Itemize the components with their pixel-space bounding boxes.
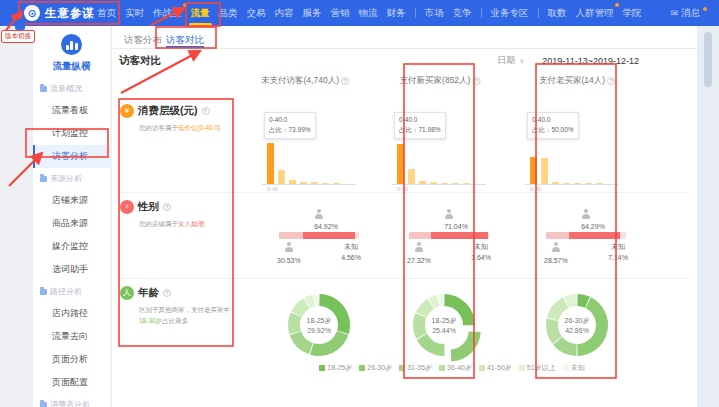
nav-item-取数[interactable]: 取数 <box>548 0 567 26</box>
sidebar-item-选词助手[interactable]: 选词助手 <box>33 258 110 281</box>
legend-swatch <box>519 365 525 371</box>
legend-item-36-40岁[interactable]: 36-40岁 <box>439 363 472 373</box>
chart-tooltip: 0-40.0占比：50.00% <box>527 112 579 139</box>
help-icon[interactable]: ? <box>607 77 615 85</box>
nav-item-交易[interactable]: 交易 <box>247 0 266 26</box>
desc-highlight: 低价位(0-40.0) <box>178 124 220 131</box>
sidebar-item-商品来源[interactable]: 商品来源 <box>33 212 110 235</box>
column-header-label: 支付新买家(852人) <box>400 75 471 87</box>
unknown-label: 未知 <box>341 242 361 253</box>
nav-item-业务专区[interactable]: 业务专区 <box>491 0 529 26</box>
app-window: ⊙ 生意参谋 首页实时作战室流量品类交易内容服务营销物流财务市场竞争业务专区取数… <box>0 0 719 407</box>
scrollbar-thumb[interactable] <box>704 32 712 87</box>
legend-item-26-30岁[interactable]: 26-30岁 <box>359 363 392 373</box>
legend-item-41-50岁[interactable]: 41-50岁 <box>479 363 512 373</box>
row-head: 人 年龄 ? <box>120 286 236 300</box>
nav-item-作战室[interactable]: 作战室 <box>153 0 182 26</box>
scrollbar-track[interactable] <box>697 26 719 407</box>
gender-bar-segment <box>431 232 488 239</box>
sidebar: 流量纵横 流量概况流量看板计划监控访客分析来源分析店铺来源商品来源媒介监控选词助… <box>33 26 110 407</box>
nav-item-市场[interactable]: 市场 <box>425 0 444 26</box>
legend-swatch <box>479 365 485 371</box>
age-donut-0: 18-25岁29.92% <box>279 285 359 365</box>
help-icon[interactable]: ? <box>163 289 171 297</box>
nav-item-实时[interactable]: 实时 <box>125 0 144 26</box>
desc-text: 占比最多 <box>162 317 188 324</box>
gender-stacked-bar <box>546 232 626 239</box>
male-indicator: 30.53% <box>277 242 301 266</box>
chevron-down-icon: ∨ <box>519 57 524 65</box>
nav-item-服务[interactable]: 服务 <box>303 0 322 26</box>
desc-text: 您的访客属于 <box>139 124 178 131</box>
unknown-label: 未知 <box>608 242 628 253</box>
nav-divider <box>481 8 482 18</box>
tab-visitor-distribution[interactable]: 访客分布 <box>124 34 162 47</box>
bar <box>397 144 404 184</box>
desc-highlight: 女人如潮 <box>178 220 204 227</box>
person-icon <box>551 242 560 252</box>
gender-bar-segment <box>569 232 620 239</box>
sidebar-item-访客分析[interactable]: 访客分析 <box>33 145 110 168</box>
sidebar-item-店内路径[interactable]: 店内路径 <box>33 302 110 325</box>
nav-item-内容[interactable]: 内容 <box>275 0 294 26</box>
nav-item-财务[interactable]: 财务 <box>387 0 406 26</box>
help-icon[interactable]: ? <box>202 107 210 115</box>
donut-slice <box>451 331 481 361</box>
bar <box>541 158 548 184</box>
nav-item-物流[interactable]: 物流 <box>359 0 378 26</box>
annotation-version-tag: 版本切换 <box>1 30 35 43</box>
gender-chart-0: 64.92%30.53%未知4.56% <box>276 205 362 266</box>
main-panel: 访客分布 访客对比 访客对比 日期 ∨ 2019-11-13~2019-12-1… <box>112 26 697 407</box>
tooltip-share: 占比：50.00% <box>532 125 574 135</box>
donut-slice <box>310 331 348 356</box>
product-logo-icon[interactable] <box>61 34 82 55</box>
nav-item-流量[interactable]: 流量 <box>191 0 210 26</box>
nav-item-品类[interactable]: 品类 <box>219 0 238 26</box>
messages-button[interactable]: ✉ 消息 <box>670 0 707 26</box>
brand-logo-icon[interactable]: ⊙ <box>24 5 40 21</box>
column-header-1: 支付新买家(852人)? <box>400 75 481 87</box>
donut-svg <box>537 285 617 365</box>
legend-label: 51岁以上 <box>527 363 556 373</box>
nav-item-学院[interactable]: 学院 <box>623 0 642 26</box>
row-label-consumption: ¥ 消费层级(元) ? 您的访客属于低价位(0-40.0) <box>120 104 236 133</box>
help-icon[interactable]: ? <box>163 203 171 211</box>
sidebar-item-页面分析[interactable]: 页面分析 <box>33 348 110 371</box>
age-legend: 18-25岁26-30岁31-35岁36-40岁41-50岁51岁以上未知 <box>222 363 682 373</box>
donut-slice <box>417 334 445 356</box>
gender-stacked-bar <box>409 232 489 239</box>
gender-bar-segment <box>355 232 359 239</box>
bar-group <box>267 139 340 184</box>
sidebar-item-媒介监控[interactable]: 媒介监控 <box>33 235 110 258</box>
sidebar-item-计划监控[interactable]: 计划监控 <box>33 122 110 145</box>
legend-item-31-35岁[interactable]: 31-35岁 <box>399 363 432 373</box>
help-icon[interactable]: ? <box>472 77 480 85</box>
nav-item-竞争[interactable]: 竞争 <box>453 0 472 26</box>
legend-item-18-25岁[interactable]: 18-25岁 <box>319 363 352 373</box>
sidebar-item-流量去向[interactable]: 流量去向 <box>33 325 110 348</box>
sidebar-item-流量看板[interactable]: 流量看板 <box>33 99 110 122</box>
donut-slice <box>444 294 475 325</box>
sidebar-section-消费者分析: 消费者分析 <box>33 394 110 407</box>
sidebar-item-页面配置[interactable]: 页面配置 <box>33 371 110 394</box>
gender-bar-segment <box>488 232 489 239</box>
nav-item-首页[interactable]: 首页 <box>97 0 116 26</box>
sidebar-section-label: 路径分析 <box>50 286 82 297</box>
help-icon[interactable]: ? <box>341 77 349 85</box>
x-axis <box>262 184 356 185</box>
date-picker[interactable]: 日期 ∨ 2019-11-13~2019-12-12 <box>497 54 639 67</box>
female-percentage: 64.92% <box>290 223 362 230</box>
row-description: 您的店铺属于女人如潮 <box>139 218 236 229</box>
bar <box>408 169 415 184</box>
legend-item-51岁以上[interactable]: 51岁以上 <box>519 363 556 373</box>
messages-label: 消息 <box>681 7 700 20</box>
brand-title[interactable]: 生意参谋 <box>45 6 95 21</box>
legend-item-未知[interactable]: 未知 <box>563 363 585 373</box>
gender-bottom-labels: 30.53%未知4.56% <box>276 242 362 266</box>
nav-item-人群管理[interactable]: 人群管理 <box>576 0 614 26</box>
gender-bar-segment <box>279 232 303 239</box>
sidebar-item-店铺来源[interactable]: 店铺来源 <box>33 189 110 212</box>
row-title: 年龄 <box>138 286 159 300</box>
unknown-indicator: 未知4.56% <box>341 242 361 266</box>
nav-item-营销[interactable]: 营销 <box>331 0 350 26</box>
